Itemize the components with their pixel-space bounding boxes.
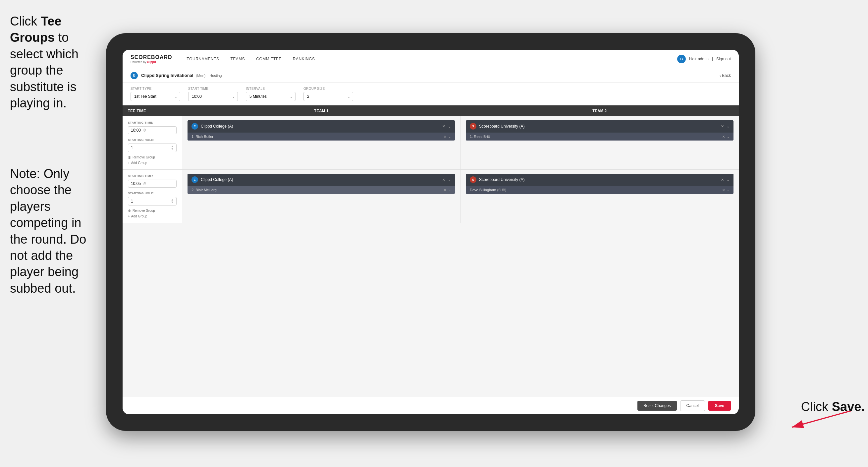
team1-close-1[interactable]: ✕ <box>442 124 445 128</box>
hole-arrows-1: ▲▼ <box>171 145 174 150</box>
starting-time-label-2: STARTING TIME: <box>128 174 177 178</box>
col-team2: Team 2 <box>461 106 739 116</box>
logo-clippd: clippd <box>147 60 156 64</box>
team1-icon-2: C <box>191 176 198 183</box>
instructions-top: Click Tee Groups to select which group t… <box>0 7 103 118</box>
team1-name-1[interactable]: Clippd College (A) <box>201 124 440 128</box>
team2-close-2[interactable]: ✕ <box>721 178 724 182</box>
nav-tournaments[interactable]: TOURNAMENTS <box>182 55 224 63</box>
team1-name-2[interactable]: Clippd College (A) <box>201 177 440 182</box>
groups-area: STARTING TIME: 10:00 ⏱ STARTING HOLE: 1 … <box>123 116 739 223</box>
team1-block-1: C Clippd College (A) ✕ ⌄ 1. Rich Butler <box>187 120 455 141</box>
team1-player-1-0: 1. Rich Butler <box>191 135 441 139</box>
start-time-select[interactable]: 10:00 <box>188 92 238 101</box>
nav-right: B blair admin | Sign out <box>677 55 731 63</box>
starting-hole-select-2[interactable]: 1 ▲▼ <box>128 197 177 205</box>
start-time-select-wrapper: 10:00 <box>188 92 238 101</box>
remove-group-btn-2[interactable]: 🗑 Remove Group <box>128 209 177 212</box>
intervals-label: Intervals <box>246 87 296 90</box>
team1-block-header-1: C Clippd College (A) ✕ ⌄ <box>187 120 455 132</box>
starting-time-input-1[interactable]: 10:00 ⏱ <box>128 126 177 134</box>
player-expand-1-0[interactable]: ⌄ <box>448 135 451 139</box>
player-expand-2-0[interactable]: ⌄ <box>448 188 451 192</box>
starting-hole-label-1: STARTING HOLE: <box>128 138 177 142</box>
add-group-btn-1[interactable]: + Add Group <box>128 161 177 165</box>
team1-expand-2[interactable]: ⌄ <box>448 178 451 182</box>
starting-time-value-2: 10:05 <box>131 181 141 186</box>
starting-time-value-1: 10:00 <box>131 128 141 133</box>
nav-username: blair admin <box>689 57 709 61</box>
team1-player-2-0: 2. Blair McHarg <box>191 188 441 192</box>
remove-group-btn-1[interactable]: 🗑 Remove Group <box>128 155 177 159</box>
nav-teams[interactable]: TEAMS <box>226 55 250 63</box>
start-type-select-wrapper: 1st Tee Start <box>130 92 180 101</box>
team2-name-2[interactable]: Scoreboard University (A) <box>479 177 718 182</box>
player-close-1-0[interactable]: ✕ <box>444 135 446 139</box>
team2-icon-2: S <box>470 176 476 183</box>
hosting-badge: Hosting <box>209 74 222 78</box>
col-tee-time: Tee Time <box>123 106 182 116</box>
team2-actions-1: ✕ ⌄ <box>721 124 730 128</box>
cancel-button[interactable]: Cancel <box>680 400 705 411</box>
team1-actions-1: ✕ ⌄ <box>442 124 451 128</box>
nav-signout[interactable]: Sign out <box>716 57 731 61</box>
team1-block-2: C Clippd College (A) ✕ ⌄ 2. Blair McHarg <box>187 174 455 194</box>
group-size-select[interactable]: 2 <box>304 92 353 101</box>
plus-icon-2: + <box>128 214 130 218</box>
team2-player-actions-1-0: ✕ ⌄ <box>722 135 730 139</box>
team1-col-1: C Clippd College (A) ✕ ⌄ 1. Rich Butler <box>182 116 461 169</box>
nav-separator: | <box>712 57 713 61</box>
intervals-select[interactable]: 5 Minutes <box>246 92 296 101</box>
team1-player-row-2-0: 2. Blair McHarg ✕ ⌄ <box>187 186 455 194</box>
player2-close-2-0[interactable]: ✕ <box>722 188 725 192</box>
plus-icon-1: + <box>128 161 130 165</box>
player2-expand-1-0[interactable]: ⌄ <box>727 135 730 139</box>
team2-close-1[interactable]: ✕ <box>721 124 724 128</box>
player-close-2-0[interactable]: ✕ <box>444 188 446 192</box>
starting-time-input-2[interactable]: 10:05 ⏱ <box>128 180 177 187</box>
start-type-select[interactable]: 1st Tee Start <box>130 92 180 101</box>
player2-expand-2-0[interactable]: ⌄ <box>727 188 730 192</box>
clock-icon-1: ⏱ <box>143 128 147 132</box>
intervals-select-wrapper: 5 Minutes <box>246 92 296 101</box>
team2-icon-1: S <box>470 123 476 129</box>
starting-hole-select-1[interactable]: 1 ▲▼ <box>128 144 177 152</box>
trash-icon-2: 🗑 <box>128 209 131 212</box>
content-area: Start Type 1st Tee Start Start Time 10:0… <box>123 83 739 414</box>
team1-close-2[interactable]: ✕ <box>442 178 445 182</box>
team1-col-2: C Clippd College (A) ✕ ⌄ 2. Blair McHarg <box>182 170 461 223</box>
team2-block-2: S Scoreboard University (A) ✕ ⌄ <box>466 174 734 194</box>
instructions-bottom-text: Note: Only choose the players competing … <box>10 167 86 295</box>
team2-player-row-1-0: 1. Rees Britt ✕ ⌄ <box>466 133 734 141</box>
column-headers: Tee Time Team 1 Team 2 <box>123 106 739 116</box>
group-size-label: Group Size <box>304 87 353 90</box>
start-time-label: Start Time <box>188 87 238 90</box>
back-button[interactable]: Back <box>720 73 731 78</box>
sub-badge: (SUB) <box>497 188 506 192</box>
team2-player-row-2-0: Dave Billingham (SUB) ✕ ⌄ <box>466 186 734 194</box>
save-button[interactable]: Save <box>708 401 731 411</box>
nav-committee[interactable]: COMMITTEE <box>251 55 286 63</box>
team2-expand-1[interactable]: ⌄ <box>726 124 730 128</box>
add-group-btn-2[interactable]: + Add Group <box>128 214 177 218</box>
player2-close-1-0[interactable]: ✕ <box>722 135 725 139</box>
nav-rankings[interactable]: RANKINGS <box>288 55 320 63</box>
team2-name-1[interactable]: Scoreboard University (A) <box>479 124 718 128</box>
trash-icon-1: 🗑 <box>128 155 131 159</box>
clock-icon-2: ⏱ <box>143 182 147 185</box>
team2-player-actions-2-0: ✕ ⌄ <box>722 188 730 192</box>
group-row-2: STARTING TIME: 10:05 ⏱ STARTING HOLE: 1 … <box>123 170 739 223</box>
config-bar: Start Type 1st Tee Start Start Time 10:0… <box>123 83 739 106</box>
team2-actions-2: ✕ ⌄ <box>721 178 730 182</box>
team2-expand-2[interactable]: ⌄ <box>726 178 730 182</box>
starting-hole-value-1: 1 <box>131 146 133 150</box>
team1-icon-1: C <box>191 123 198 129</box>
nav-avatar: B <box>677 55 686 63</box>
navbar: SCOREBOARD Powered by clippd TOURNAMENTS… <box>123 50 739 68</box>
team1-expand-1[interactable]: ⌄ <box>448 124 451 128</box>
logo-area: SCOREBOARD Powered by clippd <box>130 54 172 64</box>
col-team1: Team 1 <box>182 106 461 116</box>
starting-hole-label-2: STARTING HOLE: <box>128 192 177 195</box>
reset-changes-button[interactable]: Reset Changes <box>638 401 677 411</box>
logo-scoreboard: SCOREBOARD <box>130 54 172 60</box>
